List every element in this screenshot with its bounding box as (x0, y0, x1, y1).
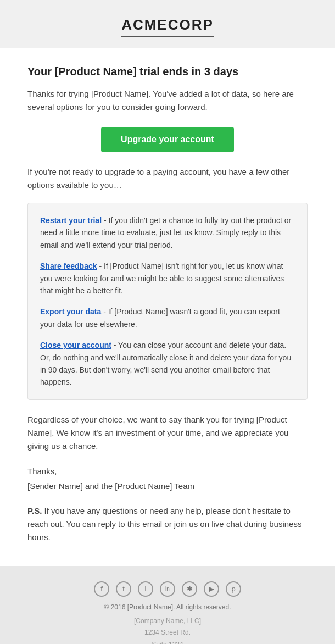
facebook-icon[interactable]: f (94, 581, 109, 597)
thanks-line2: [Sender Name] and the [Product Name] Tea… (27, 481, 194, 491)
share-feedback-link[interactable]: Share feedback (40, 262, 97, 270)
intro-text: Thanks for trying [Product Name]. You've… (27, 87, 308, 114)
social-icons-row: f t i in ✱ ▶ p (11, 581, 324, 597)
header: ACMECORP (0, 0, 335, 48)
footer-copyright: © 2016 [Product Name]. All rights reserv… (11, 603, 324, 611)
close-account-link[interactable]: Close your account (40, 341, 111, 349)
not-ready-text: If you're not ready to upgrade to a payi… (27, 165, 308, 192)
option-restart: Restart your trial - If you didn't get a… (40, 214, 295, 251)
pinterest-icon[interactable]: p (226, 581, 241, 597)
youtube-icon[interactable]: ▶ (204, 581, 219, 597)
footer-suite: Suite 1234 (11, 639, 324, 644)
option-close: Close your account - You can close your … (40, 339, 295, 388)
linkedin-icon[interactable]: in (160, 581, 175, 597)
footer: f t i in ✱ ▶ p © 2016 [Product Name]. Al… (0, 566, 335, 644)
logo: ACMECORP (121, 16, 214, 37)
ps-block: P.S. If you have any questions or need a… (27, 504, 308, 544)
thanks-line1: Thanks, (27, 467, 57, 476)
restart-trial-link[interactable]: Restart your trial (40, 216, 102, 225)
options-box: Restart your trial - If you didn't get a… (27, 203, 308, 400)
email-wrapper: ACMECORP Your [Product Name] trial ends … (0, 0, 335, 644)
twitter-icon[interactable]: t (116, 581, 131, 597)
closing-text: Regardless of your choice, we want to sa… (27, 413, 308, 453)
ps-label: P.S. (27, 506, 42, 515)
footer-address: [Company Name, LLC] 1234 Street Rd. Suit… (11, 615, 324, 644)
footer-company: [Company Name, LLC] (11, 615, 324, 628)
footer-street: 1234 Street Rd. (11, 627, 324, 639)
option-feedback: Share feedback - If [Product Name] isn't… (40, 260, 295, 297)
thanks-block: Thanks, [Sender Name] and the [Product N… (27, 464, 308, 493)
ps-text: If you have any questions or need any he… (27, 506, 302, 542)
email-title: Your [Product Name] trial ends in 3 days (27, 64, 308, 79)
export-data-link[interactable]: Export your data (40, 307, 101, 316)
upgrade-button-container: Upgrade your account (27, 127, 308, 152)
email-content: Your [Product Name] trial ends in 3 days… (0, 48, 335, 566)
dribbble-icon[interactable]: ✱ (182, 581, 197, 597)
option-export: Export your data - If [Product Name] was… (40, 306, 295, 330)
instagram-icon[interactable]: i (138, 581, 153, 597)
upgrade-button[interactable]: Upgrade your account (101, 127, 234, 152)
